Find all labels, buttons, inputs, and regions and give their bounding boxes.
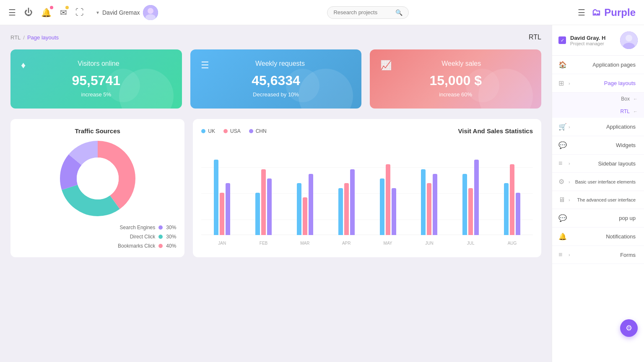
jun-bars (421, 141, 437, 235)
navbar-right: ☰ 🗂 Purple (578, 7, 636, 18)
breadcrumb: RTL / Page layouts RTL (10, 34, 541, 41)
may-usa-bar (386, 164, 390, 235)
advanced-ui-icon: 🖥 (558, 196, 569, 204)
search-icon[interactable]: 🔍 (395, 9, 402, 16)
legend-direct-dot (158, 235, 163, 239)
legend-direct-label: Direct Click (130, 234, 156, 240)
sales-icon: 📈 (380, 60, 392, 71)
jun-uk-bar (421, 169, 426, 235)
brand-name: Purple (604, 7, 636, 18)
sidebar-user-name: David Gray. H (570, 35, 616, 41)
stat-card-requests: ☰ Weekly requests 45,6334 Decreased by 1… (190, 49, 362, 109)
sidebar-label-forms: Forms (570, 252, 638, 258)
month-apr (326, 141, 367, 235)
content-area: RTL / Page layouts RTL ♦ Visitors online… (0, 25, 552, 362)
aug-chn-bar (516, 193, 520, 235)
requests-icon: ☰ (201, 60, 209, 71)
sidebar-submenu-page-layouts: Box ← RTL ← (552, 93, 644, 118)
sidebar-item-basic-ui[interactable]: ⚙ › Basic user interface elements (552, 173, 644, 191)
label-aug: AUG (491, 241, 533, 246)
legend-bookmarks-label: Bookmarks Click (118, 243, 155, 249)
brand-icon: 🗂 (592, 7, 601, 18)
legend-search-dot (158, 225, 163, 230)
sidebar-item-forms[interactable]: ≡ › Forms (552, 246, 644, 264)
rtl-arrow: ← (633, 109, 638, 114)
sidebar-checkbox[interactable]: ✓ (558, 36, 566, 44)
bar-chart-title: Visit And Sales Statistics (458, 127, 533, 134)
expand-icon[interactable]: ⛶ (75, 8, 84, 17)
sidebar-item-popup[interactable]: 💬 pop up (552, 209, 644, 228)
user-menu[interactable]: ▾ David Gremax (96, 5, 158, 20)
month-mar (284, 141, 326, 235)
stat-card-sales: 📈 Weekly sales 15,000 $ increase 60% (370, 49, 541, 109)
may-bars (380, 141, 396, 235)
month-labels: JAN FEB MAR APR MAY JUN JUL AUG (201, 241, 533, 246)
submenu-item-rtl[interactable]: RTL ← (552, 105, 644, 118)
navbar-left: ☰ ⏻ 🔔 ✉ ⛶ ▾ David Gremax (8, 5, 158, 20)
legend-usa: USA (223, 128, 241, 134)
popup-icon: 💬 (558, 214, 569, 222)
legend-chn-label: CHN (256, 128, 267, 134)
widgets-icon: 💬 (558, 141, 569, 149)
aug-uk-bar (504, 183, 509, 235)
mail-icon[interactable]: ✉ (60, 8, 67, 18)
jan-bars (214, 141, 230, 235)
feb-chn-bar (267, 178, 272, 235)
rtl-label: RTL (621, 109, 630, 114)
sidebar-item-sidebar-layouts[interactable]: ≡ › Sidebar layouts (552, 155, 644, 173)
sidebar-item-widgets[interactable]: 💬 Widgets (552, 136, 644, 155)
sidebar-layouts-icon: ≡ (558, 160, 569, 167)
search-container[interactable]: 🔍 (327, 6, 409, 19)
traffic-legend: Search Engines 30% Direct Click 30% Book… (19, 225, 176, 249)
navbar-avatar (143, 5, 158, 20)
brand: 🗂 Purple (592, 7, 636, 18)
menu-lines-icon[interactable]: ☰ (8, 8, 16, 18)
legend-bookmarks-percent: 40% (166, 243, 176, 249)
jul-chn-bar (474, 160, 479, 235)
sidebar-label-notifications: Notifications (569, 233, 638, 240)
aug-bars (504, 141, 520, 235)
sidebar-item-page-layouts[interactable]: ⊞ › Page layouts (552, 74, 644, 93)
donut-chart (19, 141, 176, 216)
submenu-item-box[interactable]: Box ← (552, 93, 644, 105)
traffic-chart-card: Traffic Sources Search Engines (10, 119, 184, 257)
jul-uk-bar (462, 174, 467, 235)
grid-icon: ⊞ (558, 79, 569, 87)
mar-bars (297, 141, 313, 235)
label-may: MAY (367, 241, 409, 246)
month-may (367, 141, 409, 235)
fab-button[interactable]: ⚙ (620, 319, 638, 337)
fab-icon: ⚙ (626, 323, 632, 333)
mar-uk-bar (297, 183, 301, 235)
breadcrumb-current[interactable]: Page layouts (27, 34, 59, 41)
month-feb (243, 141, 284, 235)
bars-container (201, 141, 533, 235)
label-jan: JAN (201, 241, 243, 246)
label-feb: FEB (243, 241, 284, 246)
month-jan (201, 141, 243, 235)
month-aug (491, 141, 533, 235)
visitors-icon: ♦ (21, 60, 26, 71)
sidebar-label-advanced-ui: The advanced user interface (570, 197, 638, 202)
sales-title: Weekly sales (441, 60, 481, 67)
sidebar-label-popup: pop up (569, 215, 638, 221)
legend-item-bookmarks: Bookmarks Click 40% (19, 243, 176, 249)
bell-icon[interactable]: 🔔 (41, 8, 52, 18)
sidebar-label-widgets: Widgets (569, 142, 638, 148)
notifications-icon: 🔔 (558, 233, 569, 240)
mar-usa-bar (303, 197, 307, 235)
feb-uk-bar (255, 193, 260, 235)
mar-chn-bar (309, 174, 313, 235)
box-arrow: ← (633, 96, 638, 101)
hamburger-icon[interactable]: ☰ (578, 8, 585, 18)
search-input[interactable] (333, 9, 392, 16)
sidebar-label-applications: Applications (570, 124, 638, 130)
sidebar-item-applications[interactable]: 🛒 › Applications (552, 118, 644, 136)
sidebar-item-advanced-ui[interactable]: 🖥 › The advanced user interface (552, 191, 644, 209)
legend-bookmarks-dot (158, 244, 163, 248)
power-icon[interactable]: ⏻ (24, 8, 33, 17)
sidebar-item-notifications[interactable]: 🔔 Notifications (552, 228, 644, 246)
jan-usa-bar (220, 193, 224, 235)
svg-point-1 (148, 8, 153, 14)
sidebar-item-application-pages[interactable]: 🏠 Application pages (552, 56, 644, 74)
